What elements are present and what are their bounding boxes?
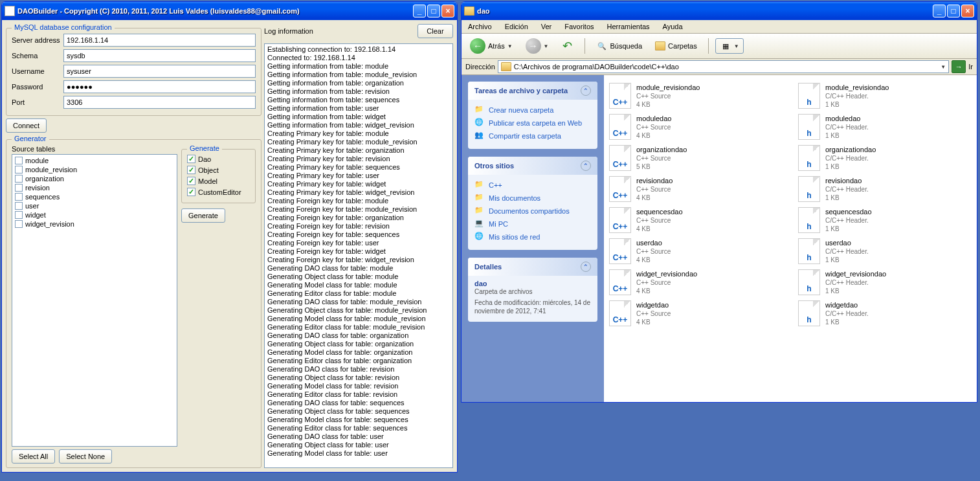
file-list-pane[interactable]: C++module_revisiondaoC++ Source4 KBC++mo… — [604, 75, 977, 402]
source-table-item[interactable]: organization — [14, 174, 175, 183]
file-item[interactable]: hmodule_revisiondaoC/C++ Header.1 KB — [797, 80, 973, 111]
table-checkbox[interactable] — [15, 202, 23, 210]
exp-minimize-button[interactable]: _ — [933, 5, 946, 17]
back-arrow-icon: ← — [470, 38, 485, 54]
table-checkbox[interactable] — [15, 175, 23, 183]
exp-close-button[interactable]: × — [961, 5, 974, 17]
menu-item[interactable]: Favoritos — [562, 21, 596, 32]
menu-item[interactable]: Ayuda — [660, 21, 685, 32]
place-link[interactable]: 📁Mis documentos — [474, 192, 591, 205]
password-input[interactable] — [63, 80, 256, 93]
clear-button[interactable]: Clear — [418, 24, 453, 38]
select-all-button[interactable]: Select All — [12, 449, 55, 464]
place-link[interactable]: 🌐Mis sitios de red — [474, 230, 591, 243]
file-item[interactable]: C++widgetdaoC++ Source4 KB — [608, 298, 784, 329]
task-link[interactable]: 🌐Publicar esta carpeta en Web — [474, 117, 591, 129]
file-name: userdao — [825, 239, 869, 247]
views-dropdown-icon[interactable]: ▼ — [734, 43, 739, 49]
password-label: Password — [12, 83, 63, 91]
search-button[interactable]: 🔍Búsqueda — [592, 38, 647, 54]
object-checkbox[interactable]: ✓ — [187, 166, 195, 174]
forward-button[interactable]: →▼ — [521, 36, 553, 56]
place-link[interactable]: 💻Mi PC — [474, 218, 591, 230]
place-link[interactable]: 📁Documentos compartidos — [474, 205, 591, 218]
maximize-button[interactable]: □ — [427, 5, 440, 17]
collapse-icon[interactable]: ⌃ — [581, 161, 591, 171]
file-item[interactable]: hrevisiondaoC/C++ Header.1 KB — [797, 173, 973, 205]
table-checkbox[interactable] — [15, 220, 23, 228]
generator-group-title: Generator — [12, 135, 49, 142]
generate-button[interactable]: Generate — [181, 208, 225, 223]
close-button[interactable]: × — [441, 5, 454, 17]
menu-item[interactable]: Edición — [502, 21, 531, 32]
file-item[interactable]: C++sequencesdaoC++ Source4 KB — [608, 205, 784, 236]
file-item[interactable]: huserdaoC/C++ Header.1 KB — [797, 236, 973, 267]
source-table-item[interactable]: widget_revision — [14, 219, 175, 229]
task-link[interactable]: 👥Compartir esta carpeta — [474, 129, 591, 142]
forward-dropdown-icon[interactable]: ▼ — [544, 43, 549, 49]
source-table-item[interactable]: user — [14, 201, 175, 210]
table-checkbox[interactable] — [15, 193, 23, 201]
schema-input[interactable] — [63, 49, 256, 62]
port-input[interactable] — [63, 96, 256, 109]
task-link[interactable]: 📁Crear nueva carpeta — [474, 104, 591, 117]
back-dropdown-icon[interactable]: ▼ — [507, 43, 513, 49]
source-table-item[interactable]: module — [14, 156, 175, 165]
collapse-icon[interactable]: ⌃ — [581, 262, 591, 272]
connect-button[interactable]: Connect — [6, 118, 47, 133]
file-item[interactable]: horganizationdaoC/C++ Header.1 KB — [797, 142, 973, 173]
file-item[interactable]: C++moduledaoC++ Source4 KB — [608, 111, 784, 142]
file-item[interactable]: C++widget_revisiondaoC++ Source4 KB — [608, 267, 784, 298]
file-item[interactable]: hwidget_revisiondaoC/C++ Header.1 KB — [797, 267, 973, 298]
file-item[interactable]: C++organizationdaoC++ Source5 KB — [608, 142, 784, 173]
address-dropdown-icon[interactable]: ▼ — [941, 64, 946, 70]
menu-item[interactable]: Archivo — [465, 21, 495, 32]
file-size: 1 KB — [825, 100, 889, 109]
server-input[interactable] — [63, 34, 256, 47]
table-checkbox[interactable] — [15, 157, 23, 164]
file-tasks-box: Tareas de archivo y carpeta⌃ 📁Crear nuev… — [468, 82, 597, 149]
select-none-button[interactable]: Select None — [59, 449, 112, 464]
folders-button[interactable]: Carpetas — [651, 39, 702, 52]
menu-item[interactable]: Ver — [539, 21, 555, 32]
address-input[interactable]: C:\Archivos de programa\DAOBuilder\code\… — [498, 60, 949, 73]
up-button[interactable]: ↶ — [557, 38, 578, 54]
back-button[interactable]: ←Atrás▼ — [465, 36, 517, 56]
file-item[interactable]: C++userdaoC++ Source4 KB — [608, 236, 784, 267]
table-checkbox[interactable] — [15, 166, 23, 173]
table-checkbox[interactable] — [15, 211, 23, 219]
minimize-button[interactable]: _ — [413, 5, 426, 17]
exp-maximize-button[interactable]: □ — [947, 5, 960, 17]
source-tables-list[interactable]: modulemodule_revisionorganizationrevisio… — [12, 154, 177, 447]
go-button[interactable]: → — [952, 60, 966, 73]
log-textbox[interactable]: Establishing connection to: 192.168.1.14… — [264, 43, 453, 468]
file-item[interactable]: hsequencesdaoC/C++ Header.1 KB — [797, 205, 973, 236]
generator-group: Generator Source tables modulemodule_rev… — [6, 139, 262, 468]
customeditor-checkbox[interactable]: ✓ — [187, 188, 195, 196]
file-item[interactable]: C++module_revisiondaoC++ Source4 KB — [608, 80, 784, 111]
place-link[interactable]: 📁C++ — [474, 179, 591, 192]
source-table-item[interactable]: sequences — [14, 192, 175, 201]
file-size: 1 KB — [825, 131, 869, 140]
explorer-titlebar[interactable]: dao _ □ × — [462, 2, 977, 20]
collapse-icon[interactable]: ⌃ — [581, 85, 591, 96]
address-folder-icon — [501, 62, 511, 71]
file-item[interactable]: C++revisiondaoC++ Source4 KB — [608, 173, 784, 205]
username-input[interactable] — [63, 65, 256, 78]
menu-item[interactable]: Herramientas — [605, 21, 652, 32]
dao-titlebar[interactable]: DAOBuilder - Copyright (C) 2010, 2011, 2… — [2, 2, 457, 20]
source-table-item[interactable]: revision — [14, 183, 175, 192]
file-item[interactable]: hmoduledaoC/C++ Header.1 KB — [797, 111, 973, 142]
model-checkbox[interactable]: ✓ — [187, 177, 195, 185]
table-checkbox[interactable] — [15, 184, 23, 192]
source-table-item[interactable]: module_revision — [14, 165, 175, 174]
file-type: C++ Source — [636, 278, 697, 287]
explorer-window: dao _ □ × ArchivoEdiciónVerFavoritosHerr… — [461, 1, 977, 403]
source-table-item[interactable]: widget — [14, 210, 175, 219]
dao-checkbox[interactable]: ✓ — [187, 155, 195, 163]
log-line: Generating Object class for table: seque… — [267, 407, 450, 416]
file-size: 1 KB — [825, 162, 876, 171]
file-item[interactable]: hwidgetdaoC/C++ Header.1 KB — [797, 298, 973, 329]
views-button[interactable]: ▦▼ — [715, 38, 744, 54]
go-label: Ir — [968, 63, 973, 71]
